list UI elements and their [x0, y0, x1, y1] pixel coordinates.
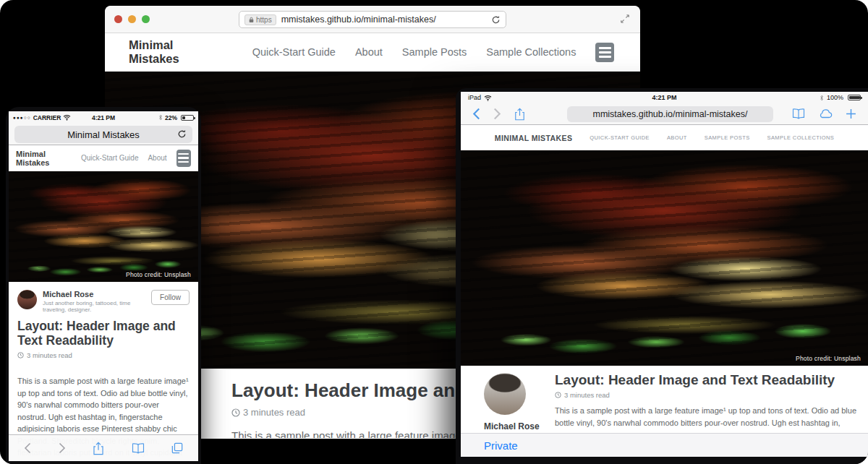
- author-bio: Just another boring, tattooed, time trav…: [43, 300, 135, 313]
- photo-credit: Photo credit: Unsplash: [122, 270, 195, 279]
- ipad-screen: iPad 4:21 PM 100% mmistakes.github.io/mi…: [461, 92, 868, 457]
- share-icon[interactable]: [514, 108, 525, 121]
- reading-time: 3 minutes read: [555, 391, 863, 399]
- address-field[interactable]: mmistakes.github.io/minimal-mistakes/: [567, 106, 773, 122]
- signal-dots: ●●●○○: [13, 115, 31, 120]
- safari-toolbar: mmistakes.github.io/minimal-mistakes/: [461, 103, 868, 125]
- window-controls: [114, 15, 150, 23]
- device-label: iPad: [468, 94, 481, 101]
- post-body: Layout: Header Image and Text Readabilit…: [555, 366, 863, 429]
- zoom-window-button[interactable]: [142, 15, 150, 23]
- iphone-device: ●●●○○ CARRIER 4:21 PM 22% Minimal Mistak…: [6, 107, 201, 464]
- status-time: 4:21 PM: [73, 114, 133, 121]
- ipad-device: iPad 4:21 PM 100% mmistakes.github.io/mi…: [456, 88, 868, 464]
- status-right: 22%: [134, 114, 194, 121]
- clock-icon: [231, 408, 240, 417]
- site-title-link[interactable]: Minimal Mistakes: [16, 150, 72, 167]
- nav-link-about[interactable]: ABOUT: [667, 134, 687, 141]
- author-row: Michael Rose Just another boring, tattoo…: [9, 282, 198, 313]
- author-avatar: [484, 373, 526, 415]
- nav-link-about[interactable]: About: [148, 154, 166, 162]
- site-title-link[interactable]: Minimal Mistakes: [129, 38, 222, 66]
- clock-icon: [17, 352, 24, 358]
- nav-link-sample-collections[interactable]: SAMPLE COLLECTIONS: [767, 134, 835, 141]
- refresh-icon[interactable]: [491, 15, 501, 25]
- wifi-icon: [484, 95, 492, 101]
- status-left: iPad: [468, 94, 599, 101]
- new-tab-icon[interactable]: [846, 108, 856, 119]
- author-info: Michael Rose Just another boring, tattoo…: [43, 290, 135, 313]
- tabs-icon[interactable]: [171, 442, 183, 454]
- post-title: Layout: Header Image and Text Readabilit…: [555, 372, 863, 388]
- refresh-icon[interactable]: [177, 129, 187, 139]
- post-content: Michael Rose Just another boring, tattoo…: [461, 366, 868, 429]
- nav-link-quick-start[interactable]: Quick-Start Guide: [252, 46, 336, 58]
- iphone-screen: ●●●○○ CARRIER 4:21 PM 22% Minimal Mistak…: [9, 111, 198, 461]
- forward-button[interactable]: [493, 108, 501, 120]
- status-time: 4:21 PM: [599, 94, 730, 101]
- reading-time: 3 minutes read: [9, 348, 198, 359]
- post-title: Layout: Header Image and Text Readabilit…: [9, 313, 198, 348]
- wifi-icon: [63, 114, 71, 121]
- site-masthead: Minimal Mistakes Quick-Start Guide About…: [105, 33, 640, 72]
- bluetooth-icon: [158, 114, 163, 121]
- menu-toggle-button[interactable]: [176, 150, 191, 167]
- safari-bottom-toolbar: [9, 434, 198, 461]
- author-name: Michael Rose: [43, 290, 135, 298]
- browser-chrome: https mmistakes.github.io/minimal-mistak…: [105, 6, 640, 33]
- minimize-window-button[interactable]: [128, 15, 136, 23]
- carrier-label: CARRIER: [33, 114, 61, 121]
- site-title-link[interactable]: MINIMAL MISTAKES: [495, 134, 573, 142]
- ipad-status-bar: iPad 4:21 PM 100%: [461, 92, 868, 103]
- lock-icon: [249, 17, 254, 23]
- nav-link-quick-start[interactable]: QUICK-START GUIDE: [590, 134, 650, 141]
- feature-image: Photo credit: Unsplash: [9, 171, 198, 282]
- author-name: Michael Rose: [484, 421, 563, 429]
- page-title: Minimal Mistakes: [67, 129, 140, 140]
- nav-link-sample-collections[interactable]: Sample Collections: [486, 46, 576, 58]
- private-button[interactable]: Private: [484, 439, 518, 452]
- author-sidebar: Michael Rose Just another boring, tattoo…: [484, 373, 563, 429]
- follow-button[interactable]: Follow: [151, 290, 190, 305]
- fullscreen-icon[interactable]: [620, 14, 630, 24]
- share-icon[interactable]: [93, 442, 104, 455]
- composite-canvas: https mmistakes.github.io/minimal-mistak…: [0, 0, 868, 464]
- status-left: ●●●○○ CARRIER: [13, 114, 73, 121]
- close-window-button[interactable]: [114, 15, 122, 23]
- nav-link-sample-posts[interactable]: SAMPLE POSTS: [705, 134, 750, 141]
- site-masthead: MINIMAL MISTAKES QUICK-START GUIDE ABOUT…: [461, 125, 868, 150]
- private-browsing-bar: Private: [461, 433, 868, 457]
- nav-link-about[interactable]: About: [355, 46, 383, 58]
- address-bar[interactable]: https mmistakes.github.io/minimal-mistak…: [239, 11, 506, 28]
- photo-credit: Photo credit: Unsplash: [792, 354, 864, 363]
- reading-time-label: 3 minutes read: [243, 407, 305, 418]
- battery-icon: [181, 115, 194, 121]
- battery-icon: [848, 95, 861, 100]
- reading-time-label: 3 minutes read: [564, 391, 610, 399]
- bookmarks-icon[interactable]: [132, 443, 145, 454]
- nav-link-sample-posts[interactable]: Sample Posts: [402, 46, 467, 58]
- site-masthead: Minimal Mistakes Quick-Start Guide About: [9, 145, 198, 171]
- bookmarks-icon[interactable]: [792, 108, 805, 119]
- iphone-status-bar: ●●●○○ CARRIER 4:21 PM 22%: [9, 111, 198, 124]
- forward-button[interactable]: [59, 442, 66, 454]
- reading-time-label: 3 minutes read: [27, 351, 72, 359]
- status-right: 100%: [730, 94, 861, 101]
- feature-image: Photo credit: Unsplash: [461, 150, 868, 366]
- icloud-tabs-icon[interactable]: [818, 109, 833, 119]
- https-badge: https: [244, 14, 276, 25]
- battery-percent: 22%: [165, 114, 177, 121]
- battery-percent: 100%: [827, 94, 843, 101]
- menu-toggle-button[interactable]: [595, 43, 614, 62]
- back-button[interactable]: [472, 108, 480, 120]
- bluetooth-icon: [820, 95, 824, 101]
- nav-link-quick-start[interactable]: Quick-Start Guide: [81, 154, 138, 162]
- address-field[interactable]: Minimal Mistakes: [14, 126, 192, 143]
- post-paragraph: This is a sample post with a large featu…: [555, 405, 863, 429]
- safari-url-row: Minimal Mistakes: [9, 124, 198, 145]
- https-label: https: [256, 16, 272, 24]
- author-avatar: [17, 290, 37, 309]
- url-text: mmistakes.github.io/minimal-mistakes/: [281, 14, 486, 25]
- back-button[interactable]: [24, 442, 31, 454]
